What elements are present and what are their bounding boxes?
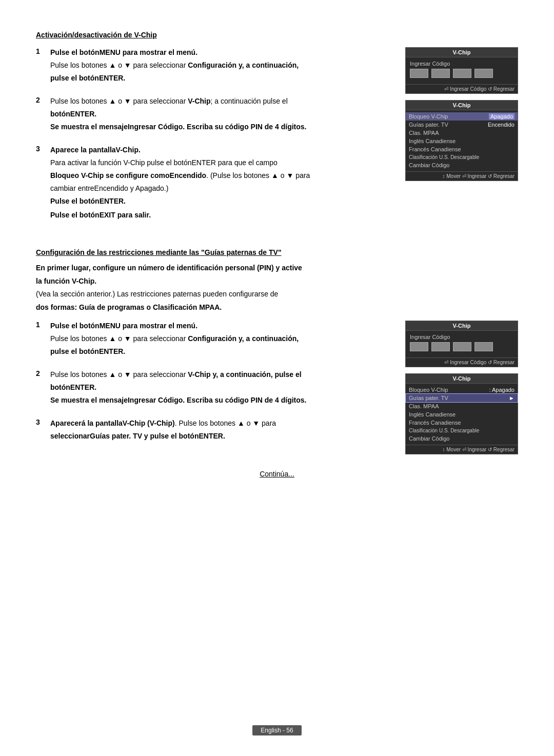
vchip-box-3: V-Chip Ingresar Código ⏎ Ingresar Código… <box>405 321 518 367</box>
pin-box-2 <box>431 69 450 78</box>
step3-line3: cambiar entreEncendido y Apagado.) <box>50 183 390 194</box>
section1-left: 1 Pulse el botónMENU para mostrar el men… <box>36 47 390 233</box>
vchip4-row-3: Inglés Canadiense <box>406 410 518 419</box>
vchip3-body: Ingresar Código <box>406 331 518 357</box>
vchip-box-4: V-Chip Bloqueo V-Chip : Apagado Guías pa… <box>405 373 518 454</box>
vchip2-menu: Bloqueo V-Chip Apagado Guías pater. TV E… <box>406 110 518 171</box>
vchip4-row3-label: Inglés Canadiense <box>409 411 456 417</box>
vchip2-row-4: Francés Canadiense <box>406 145 518 153</box>
s2-step3-line2: seleccionarGuías pater. TV y pulse el bo… <box>50 431 390 442</box>
step1-main: Pulse el botónMENU para mostrar el menú. <box>50 47 390 58</box>
vchip2-row0-value: Apagado <box>489 113 515 120</box>
continua-text: Continúa... <box>36 470 518 478</box>
vchip-box-2: V-Chip Bloqueo V-Chip Apagado Guías pate… <box>405 100 518 181</box>
section1-heading: Activación/desactivación de V-Chip <box>36 31 518 39</box>
s2-step3-number: 3 <box>36 418 48 426</box>
vchip4-row0-value: : Apagado <box>489 387 515 393</box>
s2-step2-text: Pulse los botones ▲ o ▼ para seleccionar… <box>50 369 390 408</box>
vchip1-title: V-Chip <box>406 48 518 57</box>
s2-step1-sub: Pulse los botones ▲ o ▼ para seleccionar… <box>50 333 390 344</box>
s2-step1-number: 1 <box>36 321 48 329</box>
vchip1-label: Ingresar Código <box>410 61 513 67</box>
vchip4-row6-label: Cambiar Código <box>409 435 449 442</box>
vchip2-row-5: Clasificación U.S. Descargable <box>406 153 518 161</box>
intro-line2: la función V-Chip. <box>36 276 518 287</box>
step1-sub: Pulse los botones ▲ o ▼ para seleccionar… <box>50 60 390 71</box>
step3-number: 3 <box>36 145 48 153</box>
vchip2-row6-label: Cambiar Código <box>409 162 449 168</box>
section1-two-col: 1 Pulse el botónMENU para mostrar el men… <box>36 47 518 233</box>
vchip4-row-5: Clasificación U.S. Descargable <box>406 427 518 434</box>
vchip3-title: V-Chip <box>406 321 518 331</box>
section2-two-col: 1 Pulse el botónMENU para mostrar el men… <box>36 321 518 454</box>
pin3-box-2 <box>431 342 450 351</box>
vchip4-title: V-Chip <box>406 374 518 384</box>
step1-text: Pulse el botónMENU para mostrar el menú.… <box>50 47 390 86</box>
vchip2-title: V-Chip <box>406 101 518 110</box>
vchip2-row-6: Cambiar Código <box>406 161 518 169</box>
vchip2-row-3: Inglés Canadiense <box>406 137 518 145</box>
pin3-box-4 <box>474 342 493 351</box>
vchip3-label: Ingresar Código <box>410 334 513 340</box>
s2-step1-sub2: pulse el botónENTER. <box>50 346 390 357</box>
step3-line1: Para activar la función V-Chip pulse el … <box>50 157 390 168</box>
vchip2-row3-label: Inglés Canadiense <box>409 138 456 144</box>
s2-step1-block: 1 Pulse el botónMENU para mostrar el men… <box>36 321 390 359</box>
vchip2-footer-text: ↕ Mover ⏎ Ingresar ↺ Regresar <box>443 173 515 179</box>
section2-intro: En primer lugar, configure un número de … <box>36 263 518 313</box>
vchip2-row0-label: Bloqueo V-Chip <box>409 113 448 120</box>
pin3-box-1 <box>410 342 428 351</box>
intro-line3: (Vea la sección anterior.) Las restricci… <box>36 289 518 300</box>
step2-number: 2 <box>36 96 48 104</box>
vchip2-row1-label: Guías pater. TV <box>409 122 448 128</box>
pin-box-1 <box>410 69 428 78</box>
s2-step1-text: Pulse el botónMENU para mostrar el menú.… <box>50 321 390 359</box>
pin-box-3 <box>453 69 471 78</box>
intro-line1: En primer lugar, configure un número de … <box>36 263 518 274</box>
s2-step3-block: 3 Aparecerá la pantallaV-Chip (V-Chip). … <box>36 418 390 444</box>
step1-sub2: pulse el botónENTER. <box>50 73 390 84</box>
page-content: Activación/desactivación de V-Chip 1 Pul… <box>0 0 554 519</box>
s2-step1-main: Pulse el botónMENU para mostrar el menú. <box>50 321 390 331</box>
step1-number: 1 <box>36 47 48 55</box>
section2-right: V-Chip Ingresar Código ⏎ Ingresar Código… <box>405 321 518 454</box>
step2-line3: Se muestra el mensajeIngresar Código. Es… <box>50 122 390 132</box>
step2-line1: Pulse los botones ▲ o ▼ para seleccionar… <box>50 96 390 107</box>
vchip4-row2-label: Clas. MPAA <box>409 403 439 409</box>
step3-line4: Pulse el botónENTER. <box>50 196 390 207</box>
pin-box-4 <box>474 69 493 78</box>
vchip2-row-2: Clas. MPAA <box>406 129 518 137</box>
vchip3-pin-boxes <box>410 342 513 351</box>
vchip3-footer: ⏎ Ingresar Código ↺ Regresar <box>406 357 518 367</box>
step3-text: Aparece la pantallaV-Chip. Para activar … <box>50 145 390 223</box>
step3-line2: Bloqueo V-Chip se configure comoEncendid… <box>50 170 390 181</box>
vchip4-row5-label: Clasificación U.S. Descargable <box>409 428 479 433</box>
step2-text: Pulse los botones ▲ o ▼ para seleccionar… <box>50 96 390 134</box>
vchip4-row-0: Bloqueo V-Chip : Apagado <box>406 386 518 394</box>
vchip2-row-1: Guías pater. TV Encendido <box>406 121 518 129</box>
section2-heading: Configuración de las restricciones media… <box>36 248 518 256</box>
step3-block: 3 Aparece la pantallaV-Chip. Para activa… <box>36 145 390 223</box>
step2-line2: botónENTER. <box>50 109 390 120</box>
vchip4-row-4: Francés Canadiense <box>406 419 518 427</box>
vchip4-footer: ↕ Mover ⏎ Ingresar ↺ Regresar <box>406 445 518 454</box>
vchip4-row-2: Clas. MPAA <box>406 402 518 410</box>
s2-step2-number: 2 <box>36 369 48 377</box>
section2-left: 1 Pulse el botónMENU para mostrar el men… <box>36 321 390 454</box>
vchip4-row1-label: Guías pater. TV <box>409 395 448 401</box>
page-number-badge: English - 56 <box>252 725 301 735</box>
pin3-box-3 <box>453 342 471 351</box>
vchip2-row1-value: Encendido <box>488 122 515 128</box>
s2-step3-line1: Aparecerá la pantallaV-Chip (V-Chip). Pu… <box>50 418 390 429</box>
vchip4-row-6: Cambiar Código <box>406 434 518 443</box>
vchip1-body: Ingresar Código <box>406 57 518 84</box>
vchip2-row5-label: Clasificación U.S. Descargable <box>409 154 479 160</box>
vchip4-footer-text: ↕ Mover ⏎ Ingresar ↺ Regresar <box>443 447 515 452</box>
vchip2-row2-label: Clas. MPAA <box>409 130 439 136</box>
step1-block: 1 Pulse el botónMENU para mostrar el men… <box>36 47 390 86</box>
page-footer: English - 56 <box>0 725 554 735</box>
vchip2-row4-label: Francés Canadiense <box>409 146 461 152</box>
vchip2-footer: ↕ Mover ⏎ Ingresar ↺ Regresar <box>406 171 518 181</box>
vchip1-footer: ⏎ Ingresar Código ↺ Regresar <box>406 84 518 93</box>
vchip4-row4-label: Francés Canadiense <box>409 420 461 426</box>
